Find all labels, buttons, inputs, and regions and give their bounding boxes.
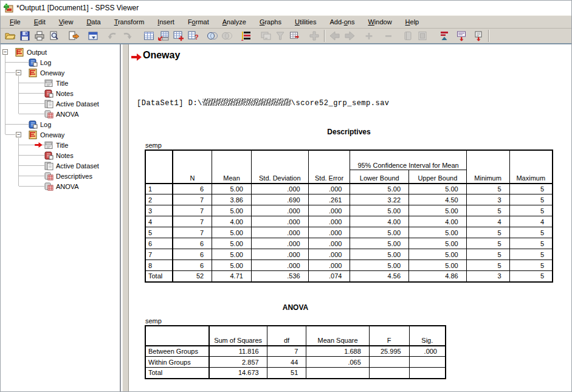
toolbar-separator [324,30,325,42]
show-results-icon[interactable] [273,29,288,43]
menu-item[interactable]: Analyze [216,16,253,27]
dataset-icon [44,100,53,108]
menu-item[interactable]: Add-ons [323,16,361,27]
menu-item[interactable]: Insert [151,16,181,27]
open-file-icon[interactable] [3,29,18,43]
outline-item-active-dataset[interactable]: Active Dataset [44,160,99,171]
variables-icon[interactable] [171,29,185,43]
print-preview-icon[interactable] [47,29,61,43]
hide-all-icon[interactable] [415,29,430,43]
table-cell: .536 [251,271,308,282]
designate-window-icon[interactable] [258,29,273,43]
goto-case-icon[interactable] [156,29,171,43]
menu-item[interactable]: File [3,16,27,27]
goto-data-icon[interactable] [142,29,156,43]
pane-splitter[interactable] [122,44,129,391]
insert-heading-icon[interactable] [471,29,486,43]
tree-connector [5,134,15,135]
export-output-icon[interactable] [66,29,81,43]
log-icon [29,120,38,129]
anova-table: Sum of Squares df Mean Square F Sig. Bet… [145,326,446,379]
menu-item[interactable]: Format [181,16,216,27]
tree-expander[interactable]: − [2,49,8,55]
undo-icon[interactable] [105,29,120,43]
save-file-icon[interactable] [18,29,32,43]
menu-item[interactable]: Utilities [288,16,323,27]
tree-expander[interactable]: − [16,132,21,137]
table-cell: 11.816 [209,346,267,357]
table-cell: 5.00 [409,227,467,238]
notes-icon [44,89,53,98]
tree-expander[interactable]: − [16,70,21,75]
table-cell: 5.00 [409,205,467,216]
outline-item-output[interactable]: Output [15,47,47,57]
tree-connector [19,186,44,187]
demote-outline-icon[interactable] [454,29,469,43]
pivot-icon[interactable] [307,29,322,43]
outline-item-anova[interactable]: ANOVA [44,181,79,191]
table-row: 1 6 5.00 .000 .000 5.00 5.00 5 5 [145,184,553,194]
table-cell: 4.00 [350,216,409,227]
select-last-output-icon[interactable] [239,29,253,43]
menu-item[interactable]: Edit [27,16,52,27]
table-cell: 5.00 [409,249,467,260]
table-cell: 4.00 [212,216,252,227]
dialog-recall-icon[interactable] [86,29,100,43]
redo-icon[interactable] [120,29,134,43]
menu-item[interactable]: Window [361,16,398,27]
table-cell: 5 [466,249,509,260]
table-icon [44,182,53,191]
outline-item-title-selected[interactable]: Title [44,140,68,150]
table-cell: 5 [509,194,553,205]
outline-item-active-dataset[interactable]: Active Dataset [44,98,99,109]
outline-item-oneway[interactable]: Oneway [29,129,64,140]
table-cell [369,368,409,379]
table-cell: 5.00 [212,238,252,249]
outline-item-notes[interactable]: Notes [44,150,74,160]
outline-item-notes[interactable]: Notes [44,88,74,98]
table-cell: 4.71 [212,271,252,282]
column-header: Mean Square [306,326,369,346]
menu-item[interactable]: Help [399,16,426,27]
table-cell: 4.86 [409,271,467,282]
table-cell: 6 [173,260,212,271]
outline-item-log[interactable]: Log [29,119,51,129]
tree-connector [5,124,29,125]
procedure-icon [29,131,38,139]
find-replace-icon[interactable] [219,29,234,43]
promote-outline-icon[interactable] [437,29,452,43]
menu-item[interactable]: Graphs [253,16,288,27]
outline-item-descriptives[interactable]: Descriptives [44,171,92,181]
expand-outline-icon[interactable] [362,29,376,43]
outline-item-oneway[interactable]: Oneway [29,67,64,78]
table-cell: 5 [509,227,553,238]
outline-item-log[interactable]: Log [29,57,51,67]
content-pane: Oneway [DataSet1] D:\\score52_grp_semp.s… [129,44,571,391]
back-icon[interactable] [328,29,342,43]
outline-item-anova[interactable]: ANOVA [44,109,79,119]
column-header [145,151,173,184]
find-icon[interactable] [205,29,219,43]
column-header [145,326,209,346]
table-cell: .000 [308,227,350,238]
column-header-ci: 95% Confidence Interval for Mean [350,151,466,170]
variable-info-icon[interactable]: ? [185,29,200,43]
menu-item[interactable]: Data [80,16,107,27]
insert-table-icon[interactable] [288,29,302,43]
procedure-icon [15,48,24,57]
row-label: Between Groups [145,346,209,357]
table-cell: 5.00 [350,205,409,216]
dataset-path-suffix: \score52_grp_semp.sav [291,99,390,108]
table-cell: 6 [173,238,212,249]
outline-item-label: Descriptives [56,173,92,180]
table-row: 7 6 5.00 .000 .000 5.00 5.00 5 5 [145,249,553,260]
table-cell: 7 [173,227,212,238]
print-icon[interactable] [32,29,47,43]
outline-item-title[interactable]: Title [44,78,68,88]
menu-item[interactable]: Transform [108,16,151,27]
forward-icon[interactable] [342,29,357,43]
menu-item[interactable]: View [52,16,80,27]
collapse-outline-icon[interactable] [381,29,396,43]
table-cell: 6 [173,184,212,194]
show-all-icon[interactable] [401,29,415,43]
